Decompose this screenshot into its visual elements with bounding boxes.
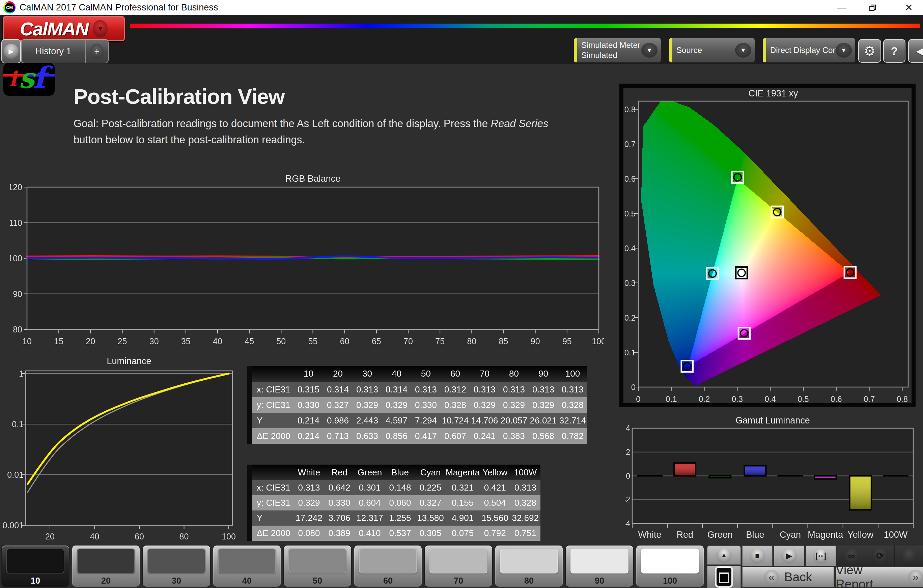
meter-dropdown-value: Simulated — [581, 50, 640, 61]
table-header-cell: 20 — [323, 366, 353, 382]
maximize-button[interactable] — [861, 0, 885, 15]
table-cell: 0.313 — [510, 480, 540, 495]
table-cell: 26.021 — [529, 413, 558, 428]
back-button[interactable]: « Back — [742, 567, 834, 587]
patch-label: 40 — [213, 576, 281, 586]
table-header-cell: 50 — [411, 366, 440, 382]
isf-letter-i: i — [9, 69, 17, 90]
help-button[interactable]: ? — [883, 39, 905, 63]
patch-button-40[interactable]: 40 — [213, 545, 281, 586]
tab-scroll-left-button[interactable]: ▶ — [2, 39, 21, 63]
table-cell: 0.410 — [355, 526, 385, 541]
row-label: y: CIE31 — [252, 397, 294, 413]
patch-button-60[interactable]: 60 — [354, 545, 422, 586]
table-header-cell: Red — [324, 465, 355, 480]
table-cell: 0.241 — [470, 428, 499, 444]
table-cell: 0.313 — [529, 382, 558, 397]
view-report-button[interactable]: View Report » — [836, 567, 923, 587]
table-cell: 0.214 — [294, 413, 323, 428]
gray-swatch — [288, 549, 347, 573]
table-cell: 0.329 — [529, 397, 558, 413]
page-title: Post-Calibration View — [74, 84, 284, 108]
table-cell: 0.328 — [440, 397, 470, 413]
table-cell: 0.301 — [355, 480, 385, 495]
meter-dropdown[interactable]: Simulated Meter Simulated ▼ — [573, 38, 661, 63]
title-bar: CM CalMAN 2017 CalMAN Professional for B… — [0, 0, 923, 15]
table-cell: 20.057 — [499, 413, 529, 428]
patch-button-90[interactable]: 90 — [566, 545, 633, 586]
pattern-up-button[interactable]: ▲ — [707, 545, 741, 565]
question-icon: ? — [891, 44, 898, 58]
bottom-bar: 102030405060708090100 ▲ ■ ▶ [··] ∞ ⟳ « B… — [0, 544, 923, 588]
patch-label: 10 — [2, 576, 69, 586]
logo-menu-button[interactable]: ▼ — [93, 20, 108, 38]
patch-button-70[interactable]: 70 — [425, 545, 492, 586]
add-tab-button[interactable]: + — [86, 44, 108, 59]
source-status-stripe — [669, 38, 672, 62]
table-header-cell: White — [294, 465, 324, 480]
table-cell: 0.417 — [411, 428, 440, 444]
table-cell: 14.706 — [470, 413, 499, 428]
table-cell: 0.148 — [385, 480, 415, 495]
row-label: x: CIE31 — [252, 480, 294, 495]
table-cell: 0.537 — [385, 526, 415, 541]
patch-label: 100 — [636, 576, 704, 586]
tab-history-1[interactable]: History 1 — [21, 46, 85, 57]
minimize-button[interactable]: — — [830, 0, 854, 15]
forward-arrow-icon: » — [908, 570, 923, 585]
patch-label: 20 — [72, 576, 140, 586]
patch-button-50[interactable]: 50 — [284, 545, 351, 586]
patch-button-20[interactable]: 20 — [72, 545, 140, 586]
gear-icon: ⚙ — [864, 43, 876, 59]
calman-app-icon: CM — [3, 2, 15, 13]
table-header-cell: 60 — [440, 366, 470, 382]
table-cell: 0.642 — [324, 480, 355, 495]
table-cell: 0.751 — [510, 526, 540, 541]
read-interval-button[interactable]: [··] — [806, 545, 836, 566]
stop-button[interactable]: ■ — [742, 545, 772, 566]
collapse-panel-button[interactable]: ◀ — [908, 39, 923, 63]
restore-icon — [868, 3, 877, 12]
play-button[interactable]: ▶ — [774, 545, 804, 566]
table-cell: 13.580 — [415, 511, 446, 526]
close-button[interactable]: ✕ — [895, 0, 923, 15]
pattern-window-button[interactable] — [707, 566, 741, 588]
gray-swatch — [359, 549, 417, 573]
view-report-label: View Report — [836, 563, 903, 588]
meter-dropdown-label: Simulated Meter — [581, 40, 640, 50]
table-header-cell: 90 — [529, 366, 558, 382]
table-cell: 0.330 — [324, 495, 355, 511]
table-cell: 0.225 — [415, 480, 446, 495]
play-circle-icon: ▶ — [4, 44, 18, 59]
table-header-cell — [252, 366, 294, 382]
table-cell: 0.313 — [294, 480, 324, 495]
gray-swatch — [500, 549, 558, 573]
table-cell: 0.329 — [382, 397, 411, 413]
calman-window: CM CalMAN 2017 CalMAN Professional for B… — [0, 0, 923, 588]
patch-button-80[interactable]: 80 — [495, 545, 563, 586]
source-dropdown[interactable]: Source ▼ — [668, 38, 755, 63]
window-title: CalMAN 2017 CalMAN Professional for Busi… — [20, 0, 218, 15]
patch-button-100[interactable]: 100 — [636, 545, 704, 586]
patch-button-30[interactable]: 30 — [143, 545, 210, 586]
table-row: x: CIE310.3150.3140.3130.3140.3130.3120.… — [252, 382, 587, 397]
plus-icon: + — [90, 44, 103, 59]
back-arrow-icon: « — [764, 570, 779, 585]
settings-button[interactable]: ⚙ — [858, 39, 881, 63]
calman-logo-button[interactable]: CalMAN ▼ — [3, 16, 125, 41]
table-row: Y0.2140.9862.4434.5977.29410.72414.70620… — [252, 413, 587, 428]
table-cell: 0.305 — [415, 526, 446, 541]
patch-button-10[interactable]: 10 — [2, 545, 69, 586]
table-header-cell: Blue — [385, 465, 415, 480]
cie-1931-panel — [619, 84, 916, 407]
play-icon: ▶ — [787, 552, 792, 560]
table-row: y: CIE310.3300.3270.3290.3290.3300.3280.… — [252, 397, 587, 413]
row-label: ΔE 2000 — [252, 428, 294, 444]
display-control-dropdown[interactable]: Direct Display Control ▼ — [762, 38, 856, 63]
luminance-chart — [0, 357, 251, 554]
table-cell: 0.313 — [499, 382, 529, 397]
table-cell: 0.607 — [440, 428, 470, 444]
row-label: y: CIE31 — [252, 495, 294, 511]
gamut-data-table: WhiteRedGreenBlueCyanMagentaYellow100Wx:… — [247, 465, 540, 541]
chevron-down-icon: ▼ — [836, 43, 852, 58]
